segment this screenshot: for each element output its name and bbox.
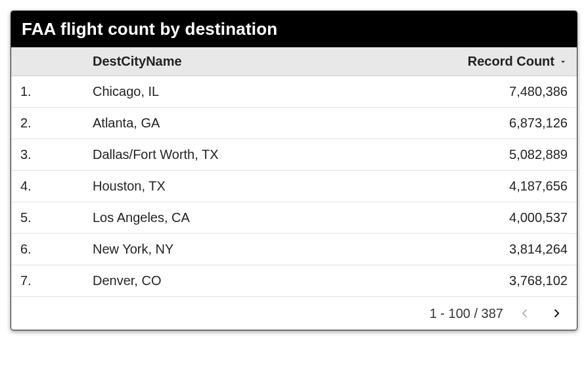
cell-rank: 6.	[20, 242, 93, 257]
cell-city: Houston, TX	[93, 179, 417, 194]
cell-rank: 1.	[20, 84, 93, 99]
table-row: 2.Atlanta, GA6,873,126	[11, 108, 577, 139]
cell-rank: 7.	[20, 273, 93, 288]
cell-count: 7,480,386	[417, 84, 568, 99]
cell-city: Denver, CO	[93, 273, 417, 288]
cell-rank: 4.	[20, 179, 93, 194]
table-row: 1.Chicago, IL7,480,386	[11, 76, 577, 108]
cell-rank: 5.	[20, 210, 93, 225]
table-row: 5.Los Angeles, CA4,000,537	[11, 202, 577, 234]
table-row: 7.Denver, CO3,768,102	[11, 265, 577, 297]
cell-count: 3,768,102	[417, 273, 568, 288]
cell-rank: 3.	[20, 147, 93, 162]
cell-rank: 2.	[20, 116, 93, 131]
prev-page-button[interactable]	[515, 303, 535, 323]
next-page-button[interactable]	[547, 303, 566, 323]
cell-count: 5,082,889	[417, 147, 568, 162]
table-header: DestCityName Record Count	[11, 47, 577, 76]
cell-city: Chicago, IL	[93, 84, 417, 99]
table-body: 1.Chicago, IL7,480,3862.Atlanta, GA6,873…	[11, 76, 577, 297]
chevron-left-icon	[518, 306, 532, 321]
cell-count: 3,814,264	[417, 242, 568, 257]
cell-city: Los Angeles, CA	[93, 210, 417, 225]
cell-city: New York, NY	[93, 242, 417, 257]
cell-city: Dallas/Fort Worth, TX	[93, 147, 417, 162]
header-count[interactable]: Record Count	[417, 54, 568, 69]
cell-count: 6,873,126	[417, 116, 568, 131]
table-row: 4.Houston, TX4,187,656	[11, 171, 577, 202]
cell-city: Atlanta, GA	[93, 116, 417, 131]
cell-count: 4,000,537	[417, 210, 568, 225]
card-title: FAA flight count by destination	[11, 11, 577, 47]
cell-count: 4,187,656	[417, 179, 568, 194]
table-footer: 1 - 100 / 387	[11, 297, 577, 330]
pagination-range: 1 - 100 / 387	[430, 306, 503, 321]
header-count-label: Record Count	[468, 54, 554, 69]
table-row: 3.Dallas/Fort Worth, TX5,082,889	[11, 139, 577, 171]
chevron-right-icon	[549, 306, 564, 321]
table-card: FAA flight count by destination DestCity…	[11, 11, 577, 330]
header-city[interactable]: DestCityName	[93, 54, 417, 69]
sort-desc-icon	[558, 57, 568, 66]
table-row: 6.New York, NY3,814,264	[11, 234, 577, 265]
